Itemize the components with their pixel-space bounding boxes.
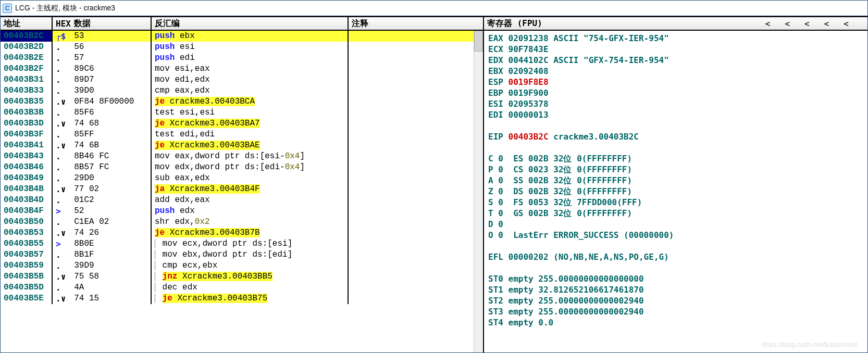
disasm-row[interactable]: 00403B3D.∨ 74 68je Xcrackme3.00403BA7 bbox=[1, 118, 474, 129]
disasm-cell[interactable]: cmp eax,edx bbox=[152, 85, 349, 96]
addr-cell[interactable]: 00403B5D bbox=[1, 282, 53, 293]
addr-cell[interactable]: 00403B49 bbox=[1, 173, 53, 184]
hex-cell[interactable]: . 4A bbox=[53, 282, 152, 293]
col-header-hex[interactable]: HEX 数据 bbox=[53, 17, 152, 30]
comment-cell[interactable] bbox=[349, 53, 474, 64]
disasm-cell[interactable]: je crackme3.00403BCA bbox=[152, 96, 349, 107]
hex-cell[interactable]: . 39D9 bbox=[53, 260, 152, 271]
registers-header[interactable]: 寄存器 (FPU) < < < < < bbox=[484, 17, 867, 31]
disasm-cell[interactable]: mov eax,dword ptr ds:[esi-0x4] bbox=[152, 151, 349, 162]
addr-cell[interactable]: 00403B46 bbox=[1, 162, 53, 173]
disasm-row[interactable]: 00403B35.∨ 0F84 8F00000je crackme3.00403… bbox=[1, 96, 474, 107]
addr-cell[interactable]: 00403B57 bbox=[1, 249, 53, 260]
disasm-row[interactable]: 00403B50. C1EA 02shr edx,0x2 bbox=[1, 217, 474, 228]
hex-cell[interactable]: . 56 bbox=[53, 42, 152, 53]
addr-cell[interactable]: 00403B59 bbox=[1, 260, 53, 271]
disasm-rows[interactable]: 00403B2C┌$ 53push ebx00403B2D. 56push es… bbox=[1, 31, 474, 352]
hex-cell[interactable]: . 89D7 bbox=[53, 74, 152, 85]
addr-cell[interactable]: 00403B5E bbox=[1, 293, 53, 304]
disasm-cell[interactable]: je Xcrackme3.00403B75 bbox=[152, 293, 349, 304]
chevron-left-icon[interactable]: < bbox=[785, 19, 790, 29]
comment-cell[interactable] bbox=[349, 260, 474, 271]
registers-chevrons[interactable]: < < < < < bbox=[765, 19, 864, 29]
disasm-row[interactable]: 00403B4D. 01C2add edx,eax bbox=[1, 195, 474, 206]
disasm-row[interactable]: 00403B43. 8B46 FCmov eax,dword ptr ds:[e… bbox=[1, 151, 474, 162]
addr-cell[interactable]: 00403B31 bbox=[1, 74, 53, 85]
addr-cell[interactable]: 00403B4D bbox=[1, 195, 53, 206]
titlebar[interactable]: C LCG - 主线程, 模块 - crackme3 bbox=[1, 1, 867, 16]
disasm-row[interactable]: 00403B55> 8B0E mov ecx,dword ptr ds:[esi… bbox=[1, 238, 474, 249]
disasm-cell[interactable]: je Xcrackme3.00403BAE bbox=[152, 140, 349, 151]
addr-cell[interactable]: 00403B35 bbox=[1, 96, 53, 107]
hex-cell[interactable]: ┌$ 53 bbox=[53, 31, 152, 42]
comment-cell[interactable] bbox=[349, 96, 474, 107]
hex-cell[interactable]: .∨ 74 6B bbox=[53, 140, 152, 151]
hex-cell[interactable]: .∨ 74 68 bbox=[53, 118, 152, 129]
scrollbar-thumb[interactable] bbox=[474, 31, 483, 52]
comment-cell[interactable] bbox=[349, 129, 474, 140]
disasm-row[interactable]: 00403B49. 29D0sub eax,edx bbox=[1, 173, 474, 184]
addr-cell[interactable]: 00403B2E bbox=[1, 53, 53, 64]
chevron-left-icon[interactable]: < bbox=[765, 19, 771, 29]
disasm-cell[interactable]: shr edx,0x2 bbox=[152, 217, 349, 228]
comment-cell[interactable] bbox=[349, 282, 474, 293]
addr-cell[interactable]: 00403B4B bbox=[1, 184, 53, 195]
disasm-cell[interactable]: je Xcrackme3.00403B7B bbox=[152, 228, 349, 238]
disasm-row[interactable]: 00403B41.∨ 74 6Bje Xcrackme3.00403BAE bbox=[1, 140, 474, 151]
disasm-row[interactable]: 00403B4B.∨ 77 02ja Xcrackme3.00403B4F bbox=[1, 184, 474, 195]
disasm-cell[interactable]: add edx,eax bbox=[152, 195, 349, 206]
disasm-cell[interactable]: je Xcrackme3.00403BA7 bbox=[152, 118, 349, 129]
disasm-cell[interactable]: dec edx bbox=[152, 282, 349, 293]
disasm-row[interactable]: 00403B3B. 85F6test esi,esi bbox=[1, 107, 474, 118]
addr-cell[interactable]: 00403B3D bbox=[1, 118, 53, 129]
disasm-cell[interactable]: push edi bbox=[152, 53, 349, 64]
chevron-left-icon[interactable]: < bbox=[824, 19, 829, 29]
comment-cell[interactable] bbox=[349, 162, 474, 173]
addr-cell[interactable]: 00403B2F bbox=[1, 64, 53, 74]
addr-cell[interactable]: 00403B50 bbox=[1, 217, 53, 228]
disasm-row[interactable]: 00403B46. 8B57 FCmov edx,dword ptr ds:[e… bbox=[1, 162, 474, 173]
registers-body[interactable]: EAX 02091238 ASCII "754-GFX-IER-954" ECX… bbox=[484, 31, 867, 330]
comment-cell[interactable] bbox=[349, 151, 474, 162]
hex-cell[interactable]: . 85FF bbox=[53, 129, 152, 140]
hex-cell[interactable]: . 89C6 bbox=[53, 64, 152, 74]
hex-cell[interactable]: . 01C2 bbox=[53, 195, 152, 206]
hex-cell[interactable]: . C1EA 02 bbox=[53, 217, 152, 228]
comment-cell[interactable] bbox=[349, 271, 474, 282]
disasm-cell[interactable]: test edi,edi bbox=[152, 129, 349, 140]
comment-cell[interactable] bbox=[349, 74, 474, 85]
disasm-row[interactable]: 00403B2F. 89C6mov esi,eax bbox=[1, 64, 474, 74]
hex-cell[interactable]: . 85F6 bbox=[53, 107, 152, 118]
addr-cell[interactable]: 00403B3F bbox=[1, 129, 53, 140]
hex-cell[interactable]: .∨ 0F84 8F00000 bbox=[53, 96, 152, 107]
hex-cell[interactable]: .∨ 74 26 bbox=[53, 228, 152, 238]
comment-cell[interactable] bbox=[349, 140, 474, 151]
chevron-left-icon[interactable]: < bbox=[804, 19, 810, 29]
comment-cell[interactable] bbox=[349, 31, 474, 42]
hex-cell[interactable]: . 8B57 FC bbox=[53, 162, 152, 173]
vertical-scrollbar[interactable] bbox=[474, 31, 483, 352]
comment-cell[interactable] bbox=[349, 249, 474, 260]
addr-cell[interactable]: 00403B55 bbox=[1, 238, 53, 249]
comment-cell[interactable] bbox=[349, 293, 474, 304]
disasm-row[interactable]: 00403B53.∨ 74 26je Xcrackme3.00403B7B bbox=[1, 228, 474, 238]
hex-cell[interactable]: .∨ 75 58 bbox=[53, 271, 152, 282]
disasm-cell[interactable]: jnz Xcrackme3.00403BB5 bbox=[152, 271, 349, 282]
disasm-cell[interactable]: push esi bbox=[152, 42, 349, 53]
disasm-cell[interactable]: push edx bbox=[152, 206, 349, 217]
col-header-disasm[interactable]: 反汇编 bbox=[152, 17, 349, 30]
disasm-cell[interactable]: mov edi,edx bbox=[152, 74, 349, 85]
disasm-cell[interactable]: ja Xcrackme3.00403B4F bbox=[152, 184, 349, 195]
comment-cell[interactable] bbox=[349, 217, 474, 228]
disasm-row[interactable]: 00403B3F. 85FFtest edi,edi bbox=[1, 129, 474, 140]
disasm-cell[interactable]: mov edx,dword ptr ds:[edi-0x4] bbox=[152, 162, 349, 173]
addr-cell[interactable]: 00403B2D bbox=[1, 42, 53, 53]
disasm-cell[interactable]: push ebx bbox=[152, 31, 349, 42]
disasm-cell[interactable]: mov ebx,dword ptr ds:[edi] bbox=[152, 249, 349, 260]
comment-cell[interactable] bbox=[349, 107, 474, 118]
comment-cell[interactable] bbox=[349, 228, 474, 238]
addr-cell[interactable]: 00403B53 bbox=[1, 228, 53, 238]
disasm-row[interactable]: 00403B57. 8B1F mov ebx,dword ptr ds:[edi… bbox=[1, 249, 474, 260]
hex-cell[interactable]: . 29D0 bbox=[53, 173, 152, 184]
disasm-row[interactable]: 00403B33. 39D0cmp eax,edx bbox=[1, 85, 474, 96]
